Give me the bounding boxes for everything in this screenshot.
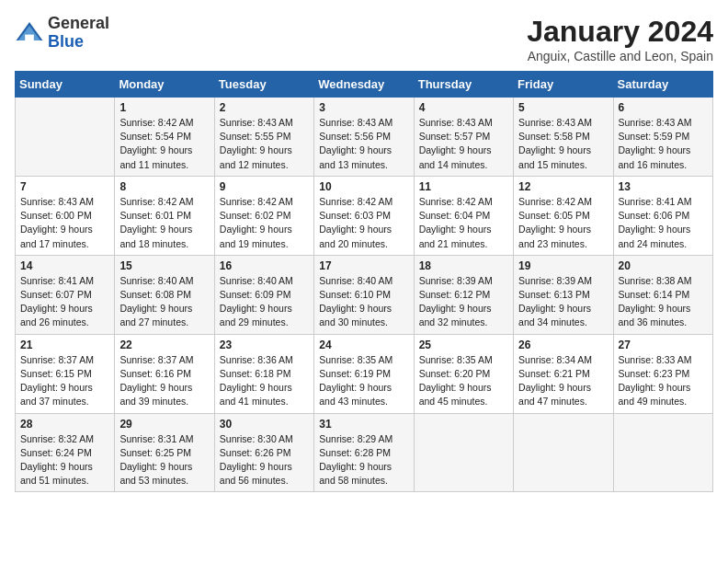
calendar-cell: 7Sunrise: 8:43 AM Sunset: 6:00 PM Daylig… — [16, 176, 115, 255]
day-number: 20 — [619, 259, 708, 272]
calendar-cell: 25Sunrise: 8:35 AM Sunset: 6:20 PM Dayli… — [414, 334, 513, 413]
day-number: 5 — [518, 101, 608, 114]
day-number: 26 — [518, 339, 608, 351]
calendar-cell: 3Sunrise: 8:43 AM Sunset: 5:56 PM Daylig… — [314, 98, 414, 177]
day-number: 19 — [518, 259, 608, 272]
day-info: Sunrise: 8:42 AM Sunset: 6:04 PM Dayligh… — [419, 195, 508, 251]
day-info: Sunrise: 8:40 AM Sunset: 6:09 PM Dayligh… — [220, 274, 309, 330]
day-header-sunday: Sunday — [16, 72, 115, 98]
day-info: Sunrise: 8:36 AM Sunset: 6:18 PM Dayligh… — [220, 353, 309, 409]
day-info: Sunrise: 8:40 AM Sunset: 6:08 PM Dayligh… — [119, 274, 209, 330]
day-number: 7 — [20, 180, 109, 193]
day-number: 18 — [419, 259, 508, 272]
day-header-monday: Monday — [115, 72, 214, 98]
day-info: Sunrise: 8:42 AM Sunset: 6:05 PM Dayligh… — [518, 195, 608, 251]
week-row-2: 7Sunrise: 8:43 AM Sunset: 6:00 PM Daylig… — [16, 176, 713, 255]
day-number: 11 — [419, 180, 508, 193]
day-number: 15 — [119, 259, 209, 272]
week-row-3: 14Sunrise: 8:41 AM Sunset: 6:07 PM Dayli… — [16, 255, 713, 334]
week-row-1: 1Sunrise: 8:42 AM Sunset: 5:54 PM Daylig… — [16, 98, 713, 177]
calendar-cell: 23Sunrise: 8:36 AM Sunset: 6:18 PM Dayli… — [214, 334, 313, 413]
day-info: Sunrise: 8:43 AM Sunset: 5:59 PM Dayligh… — [619, 116, 708, 172]
day-header-wednesday: Wednesday — [314, 72, 414, 98]
calendar-cell: 4Sunrise: 8:43 AM Sunset: 5:57 PM Daylig… — [414, 98, 513, 177]
day-info: Sunrise: 8:41 AM Sunset: 6:06 PM Dayligh… — [619, 195, 708, 251]
calendar-header-row: SundayMondayTuesdayWednesdayThursdayFrid… — [16, 72, 713, 98]
calendar-cell: 24Sunrise: 8:35 AM Sunset: 6:19 PM Dayli… — [314, 334, 414, 413]
day-number: 2 — [220, 101, 309, 114]
calendar-cell — [414, 413, 513, 492]
day-info: Sunrise: 8:31 AM Sunset: 6:25 PM Dayligh… — [119, 432, 209, 488]
svg-rect-2 — [25, 34, 34, 40]
day-number: 1 — [119, 101, 209, 114]
day-info: Sunrise: 8:42 AM Sunset: 6:01 PM Dayligh… — [119, 195, 209, 251]
day-header-thursday: Thursday — [414, 72, 513, 98]
day-info: Sunrise: 8:43 AM Sunset: 5:58 PM Dayligh… — [518, 116, 608, 172]
day-number: 31 — [319, 418, 408, 431]
month-title: January 2024 — [527, 15, 713, 49]
logo: General Blue — [15, 15, 109, 52]
day-info: Sunrise: 8:42 AM Sunset: 6:02 PM Dayligh… — [220, 195, 309, 251]
calendar-cell: 19Sunrise: 8:39 AM Sunset: 6:13 PM Dayli… — [514, 255, 613, 334]
calendar-cell: 17Sunrise: 8:40 AM Sunset: 6:10 PM Dayli… — [314, 255, 414, 334]
logo-icon — [15, 18, 44, 48]
week-row-4: 21Sunrise: 8:37 AM Sunset: 6:15 PM Dayli… — [16, 334, 713, 413]
logo-text: General Blue — [48, 15, 109, 52]
calendar-cell — [514, 413, 613, 492]
day-info: Sunrise: 8:37 AM Sunset: 6:15 PM Dayligh… — [20, 353, 109, 409]
day-number: 12 — [518, 180, 608, 193]
calendar-cell: 5Sunrise: 8:43 AM Sunset: 5:58 PM Daylig… — [514, 98, 613, 177]
calendar-cell: 26Sunrise: 8:34 AM Sunset: 6:21 PM Dayli… — [514, 334, 613, 413]
calendar-cell: 20Sunrise: 8:38 AM Sunset: 6:14 PM Dayli… — [613, 255, 712, 334]
day-info: Sunrise: 8:43 AM Sunset: 5:55 PM Dayligh… — [220, 116, 309, 172]
calendar-cell: 28Sunrise: 8:32 AM Sunset: 6:24 PM Dayli… — [16, 413, 115, 492]
day-info: Sunrise: 8:29 AM Sunset: 6:28 PM Dayligh… — [319, 432, 408, 488]
calendar-cell: 2Sunrise: 8:43 AM Sunset: 5:55 PM Daylig… — [214, 98, 313, 177]
day-number: 24 — [319, 339, 408, 351]
calendar-cell: 22Sunrise: 8:37 AM Sunset: 6:16 PM Dayli… — [115, 334, 214, 413]
day-number: 21 — [20, 339, 109, 351]
calendar-cell: 8Sunrise: 8:42 AM Sunset: 6:01 PM Daylig… — [115, 176, 214, 255]
day-info: Sunrise: 8:42 AM Sunset: 6:03 PM Dayligh… — [319, 195, 408, 251]
calendar-cell: 21Sunrise: 8:37 AM Sunset: 6:15 PM Dayli… — [16, 334, 115, 413]
day-number: 28 — [20, 418, 109, 431]
day-info: Sunrise: 8:43 AM Sunset: 6:00 PM Dayligh… — [20, 195, 109, 251]
calendar-cell: 31Sunrise: 8:29 AM Sunset: 6:28 PM Dayli… — [314, 413, 414, 492]
day-info: Sunrise: 8:42 AM Sunset: 5:54 PM Dayligh… — [119, 116, 209, 172]
page-header: General Blue January 2024 Anguix, Castil… — [15, 15, 713, 63]
day-number: 10 — [319, 180, 408, 193]
day-number: 14 — [20, 259, 109, 272]
day-number: 17 — [319, 259, 408, 272]
calendar-cell: 16Sunrise: 8:40 AM Sunset: 6:09 PM Dayli… — [214, 255, 313, 334]
day-info: Sunrise: 8:35 AM Sunset: 6:19 PM Dayligh… — [319, 353, 408, 409]
calendar-cell: 29Sunrise: 8:31 AM Sunset: 6:25 PM Dayli… — [115, 413, 214, 492]
calendar-cell — [613, 413, 712, 492]
logo-general-text: General — [48, 15, 109, 33]
calendar-cell: 9Sunrise: 8:42 AM Sunset: 6:02 PM Daylig… — [214, 176, 313, 255]
calendar-cell: 13Sunrise: 8:41 AM Sunset: 6:06 PM Dayli… — [613, 176, 712, 255]
title-block: January 2024 Anguix, Castille and Leon, … — [527, 15, 713, 63]
day-number: 25 — [419, 339, 508, 351]
calendar-cell: 15Sunrise: 8:40 AM Sunset: 6:08 PM Dayli… — [115, 255, 214, 334]
day-info: Sunrise: 8:38 AM Sunset: 6:14 PM Dayligh… — [619, 274, 708, 330]
calendar-cell: 18Sunrise: 8:39 AM Sunset: 6:12 PM Dayli… — [414, 255, 513, 334]
day-number: 27 — [619, 339, 708, 351]
day-number: 29 — [119, 418, 209, 431]
day-header-saturday: Saturday — [613, 72, 712, 98]
location: Anguix, Castille and Leon, Spain — [527, 49, 713, 63]
day-info: Sunrise: 8:35 AM Sunset: 6:20 PM Dayligh… — [419, 353, 508, 409]
day-info: Sunrise: 8:32 AM Sunset: 6:24 PM Dayligh… — [20, 432, 109, 488]
logo-blue-text: Blue — [48, 33, 109, 52]
calendar-cell: 6Sunrise: 8:43 AM Sunset: 5:59 PM Daylig… — [613, 98, 712, 177]
day-info: Sunrise: 8:39 AM Sunset: 6:13 PM Dayligh… — [518, 274, 608, 330]
day-info: Sunrise: 8:37 AM Sunset: 6:16 PM Dayligh… — [119, 353, 209, 409]
day-info: Sunrise: 8:43 AM Sunset: 5:57 PM Dayligh… — [419, 116, 508, 172]
day-number: 3 — [319, 101, 408, 114]
calendar-cell: 14Sunrise: 8:41 AM Sunset: 6:07 PM Dayli… — [16, 255, 115, 334]
week-row-5: 28Sunrise: 8:32 AM Sunset: 6:24 PM Dayli… — [16, 413, 713, 492]
day-number: 16 — [220, 259, 309, 272]
day-info: Sunrise: 8:34 AM Sunset: 6:21 PM Dayligh… — [518, 353, 608, 409]
calendar-cell: 30Sunrise: 8:30 AM Sunset: 6:26 PM Dayli… — [214, 413, 313, 492]
day-number: 23 — [220, 339, 309, 351]
day-header-tuesday: Tuesday — [214, 72, 313, 98]
